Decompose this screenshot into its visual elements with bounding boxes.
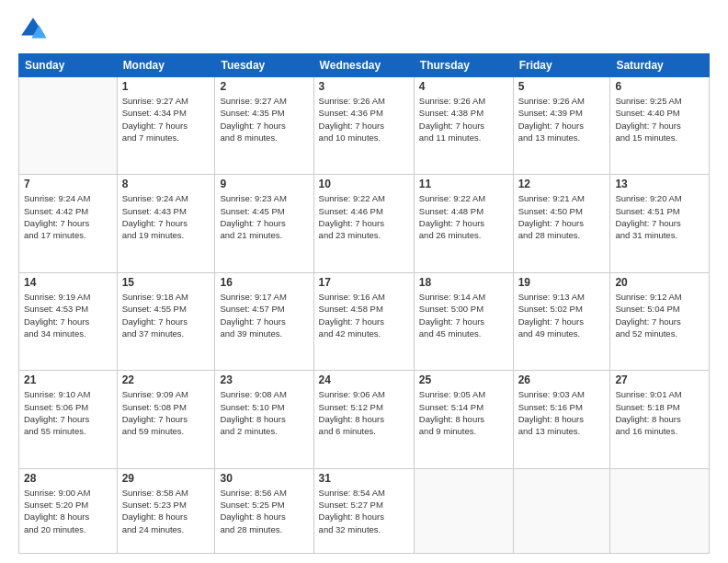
day-cell: 28Sunrise: 9:00 AM Sunset: 5:20 PM Dayli… [19, 468, 118, 553]
day-info: Sunrise: 9:24 AM Sunset: 4:43 PM Dayligh… [122, 192, 210, 241]
day-number: 30 [220, 472, 308, 485]
day-cell: 20Sunrise: 9:12 AM Sunset: 5:04 PM Dayli… [610, 272, 710, 370]
day-cell: 2Sunrise: 9:27 AM Sunset: 4:35 PM Daylig… [215, 77, 313, 175]
day-number: 5 [518, 80, 606, 93]
day-info: Sunrise: 8:58 AM Sunset: 5:23 PM Dayligh… [122, 487, 210, 535]
day-cell: 4Sunrise: 9:26 AM Sunset: 4:38 PM Daylig… [414, 77, 513, 175]
day-number: 3 [319, 80, 409, 93]
day-cell: 25Sunrise: 9:05 AM Sunset: 5:14 PM Dayli… [414, 371, 513, 468]
page: SundayMondayTuesdayWednesdayThursdayFrid… [0, 0, 728, 563]
day-number: 24 [319, 373, 409, 386]
day-number: 8 [122, 178, 210, 190]
day-cell [610, 468, 710, 553]
day-number: 7 [24, 178, 112, 190]
day-cell: 17Sunrise: 9:16 AM Sunset: 4:58 PM Dayli… [313, 272, 414, 370]
day-cell: 22Sunrise: 9:09 AM Sunset: 5:08 PM Dayli… [117, 371, 215, 468]
day-cell: 7Sunrise: 9:24 AM Sunset: 4:42 PM Daylig… [19, 175, 118, 272]
day-info: Sunrise: 9:00 AM Sunset: 5:20 PM Dayligh… [24, 487, 112, 535]
day-number: 20 [615, 276, 704, 289]
day-cell [19, 77, 118, 175]
day-cell: 14Sunrise: 9:19 AM Sunset: 4:53 PM Dayli… [19, 272, 118, 370]
day-cell: 6Sunrise: 9:25 AM Sunset: 4:40 PM Daylig… [610, 77, 710, 175]
header [18, 15, 710, 44]
day-info: Sunrise: 9:05 AM Sunset: 5:14 PM Dayligh… [419, 388, 508, 437]
day-info: Sunrise: 9:18 AM Sunset: 4:55 PM Dayligh… [122, 291, 210, 339]
day-info: Sunrise: 9:10 AM Sunset: 5:06 PM Dayligh… [24, 388, 112, 437]
day-cell: 13Sunrise: 9:20 AM Sunset: 4:51 PM Dayli… [610, 175, 710, 272]
weekday-monday: Monday [117, 54, 215, 77]
day-info: Sunrise: 9:23 AM Sunset: 4:45 PM Dayligh… [220, 192, 308, 241]
day-number: 14 [24, 276, 112, 289]
day-number: 21 [24, 373, 112, 386]
day-number: 2 [220, 80, 308, 93]
day-info: Sunrise: 9:03 AM Sunset: 5:16 PM Dayligh… [518, 388, 606, 437]
day-number: 29 [122, 472, 210, 485]
day-cell: 9Sunrise: 9:23 AM Sunset: 4:45 PM Daylig… [215, 175, 313, 272]
day-cell: 15Sunrise: 9:18 AM Sunset: 4:55 PM Dayli… [117, 272, 215, 370]
day-number: 6 [615, 80, 704, 93]
week-row-2: 7Sunrise: 9:24 AM Sunset: 4:42 PM Daylig… [19, 175, 710, 272]
logo [18, 15, 51, 44]
day-cell: 11Sunrise: 9:22 AM Sunset: 4:48 PM Dayli… [414, 175, 513, 272]
day-cell: 29Sunrise: 8:58 AM Sunset: 5:23 PM Dayli… [117, 468, 215, 553]
day-number: 25 [419, 373, 508, 386]
day-info: Sunrise: 8:54 AM Sunset: 5:27 PM Dayligh… [319, 487, 409, 535]
day-info: Sunrise: 9:01 AM Sunset: 5:18 PM Dayligh… [615, 388, 704, 437]
day-info: Sunrise: 9:21 AM Sunset: 4:50 PM Dayligh… [518, 192, 606, 241]
day-number: 17 [319, 276, 409, 289]
day-info: Sunrise: 9:27 AM Sunset: 4:35 PM Dayligh… [220, 95, 308, 144]
day-number: 19 [518, 276, 606, 289]
day-info: Sunrise: 9:20 AM Sunset: 4:51 PM Dayligh… [615, 192, 704, 241]
week-row-4: 21Sunrise: 9:10 AM Sunset: 5:06 PM Dayli… [19, 371, 710, 468]
day-info: Sunrise: 9:26 AM Sunset: 4:39 PM Dayligh… [518, 95, 606, 144]
day-cell: 5Sunrise: 9:26 AM Sunset: 4:39 PM Daylig… [513, 77, 610, 175]
day-cell: 23Sunrise: 9:08 AM Sunset: 5:10 PM Dayli… [215, 371, 313, 468]
day-cell: 19Sunrise: 9:13 AM Sunset: 5:02 PM Dayli… [513, 272, 610, 370]
day-number: 31 [319, 472, 409, 485]
day-cell: 1Sunrise: 9:27 AM Sunset: 4:34 PM Daylig… [117, 77, 215, 175]
day-info: Sunrise: 9:26 AM Sunset: 4:36 PM Dayligh… [319, 95, 409, 144]
day-info: Sunrise: 9:08 AM Sunset: 5:10 PM Dayligh… [220, 388, 308, 437]
day-number: 9 [220, 178, 308, 190]
day-info: Sunrise: 9:25 AM Sunset: 4:40 PM Dayligh… [615, 95, 704, 144]
day-number: 16 [220, 276, 308, 289]
day-number: 1 [122, 80, 210, 93]
day-info: Sunrise: 9:13 AM Sunset: 5:02 PM Dayligh… [518, 291, 606, 339]
day-info: Sunrise: 9:19 AM Sunset: 4:53 PM Dayligh… [24, 291, 112, 339]
weekday-saturday: Saturday [610, 54, 710, 77]
day-cell: 27Sunrise: 9:01 AM Sunset: 5:18 PM Dayli… [610, 371, 710, 468]
day-number: 23 [220, 373, 308, 386]
day-number: 10 [319, 178, 409, 190]
day-info: Sunrise: 9:22 AM Sunset: 4:46 PM Dayligh… [319, 192, 409, 241]
day-number: 26 [518, 373, 606, 386]
day-number: 13 [615, 178, 704, 190]
weekday-sunday: Sunday [19, 54, 118, 77]
week-row-1: 1Sunrise: 9:27 AM Sunset: 4:34 PM Daylig… [19, 77, 710, 175]
day-cell: 26Sunrise: 9:03 AM Sunset: 5:16 PM Dayli… [513, 371, 610, 468]
day-info: Sunrise: 9:26 AM Sunset: 4:38 PM Dayligh… [419, 95, 508, 144]
day-cell: 30Sunrise: 8:56 AM Sunset: 5:25 PM Dayli… [215, 468, 313, 553]
day-cell: 12Sunrise: 9:21 AM Sunset: 4:50 PM Dayli… [513, 175, 610, 272]
day-cell: 24Sunrise: 9:06 AM Sunset: 5:12 PM Dayli… [313, 371, 414, 468]
day-info: Sunrise: 9:17 AM Sunset: 4:57 PM Dayligh… [220, 291, 308, 339]
day-info: Sunrise: 9:06 AM Sunset: 5:12 PM Dayligh… [319, 388, 409, 437]
calendar-table: SundayMondayTuesdayWednesdayThursdayFrid… [18, 53, 710, 554]
day-cell: 10Sunrise: 9:22 AM Sunset: 4:46 PM Dayli… [313, 175, 414, 272]
week-row-5: 28Sunrise: 9:00 AM Sunset: 5:20 PM Dayli… [19, 468, 710, 553]
day-number: 28 [24, 472, 112, 485]
day-info: Sunrise: 9:24 AM Sunset: 4:42 PM Dayligh… [24, 192, 112, 241]
weekday-wednesday: Wednesday [313, 54, 414, 77]
day-cell: 31Sunrise: 8:54 AM Sunset: 5:27 PM Dayli… [313, 468, 414, 553]
weekday-friday: Friday [513, 54, 610, 77]
day-info: Sunrise: 9:14 AM Sunset: 5:00 PM Dayligh… [419, 291, 508, 339]
weekday-tuesday: Tuesday [215, 54, 313, 77]
day-info: Sunrise: 9:27 AM Sunset: 4:34 PM Dayligh… [122, 95, 210, 144]
day-number: 27 [615, 373, 704, 386]
day-cell [414, 468, 513, 553]
day-cell [513, 468, 610, 553]
day-info: Sunrise: 9:22 AM Sunset: 4:48 PM Dayligh… [419, 192, 508, 241]
day-cell: 16Sunrise: 9:17 AM Sunset: 4:57 PM Dayli… [215, 272, 313, 370]
day-info: Sunrise: 9:09 AM Sunset: 5:08 PM Dayligh… [122, 388, 210, 437]
day-cell: 21Sunrise: 9:10 AM Sunset: 5:06 PM Dayli… [19, 371, 118, 468]
week-row-3: 14Sunrise: 9:19 AM Sunset: 4:53 PM Dayli… [19, 272, 710, 370]
